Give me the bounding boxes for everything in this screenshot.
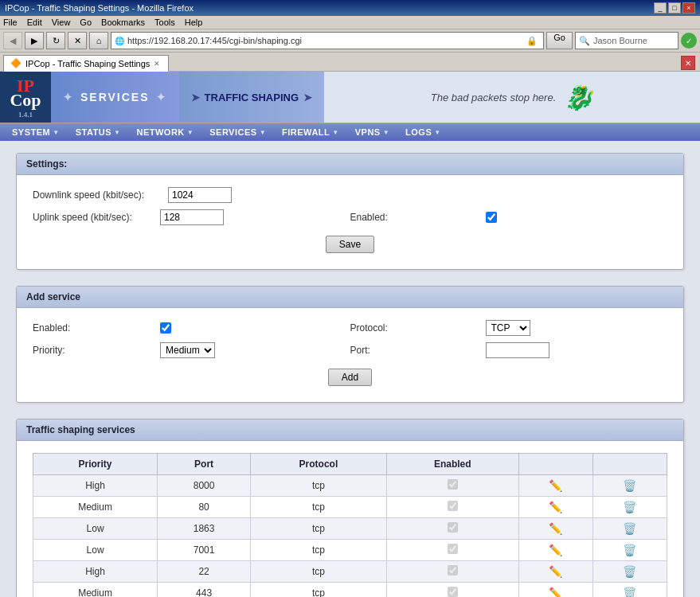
- search-bar[interactable]: 🔍 Jason Bourne: [575, 32, 678, 49]
- edit-icon[interactable]: ✏️: [549, 522, 562, 535]
- add-port-col: Port:: [350, 342, 668, 358]
- col-priority: Priority: [33, 454, 158, 475]
- row-protocol: tcp: [251, 497, 387, 518]
- nav-status-label: Status: [76, 127, 111, 137]
- table-row: Medium 80 tcp ✏️ 🗑️: [33, 497, 667, 518]
- browser-titlebar: IPCop - Traffic Shaping Settings - Mozil…: [0, 0, 700, 16]
- services-table: Priority Port Protocol Enabled High 8000…: [33, 453, 667, 597]
- tab-close-button[interactable]: ✕: [154, 60, 160, 68]
- add-button[interactable]: Add: [328, 369, 372, 386]
- delete-icon[interactable]: 🗑️: [623, 501, 636, 513]
- row-enabled: [386, 561, 518, 583]
- row-enabled-checkbox[interactable]: [448, 565, 458, 576]
- row-enabled-checkbox[interactable]: [448, 479, 458, 490]
- save-button[interactable]: Save: [326, 236, 374, 253]
- add-protocol-label: Protocol:: [350, 322, 478, 334]
- row-delete-cell: 🗑️: [592, 561, 667, 583]
- nav-status[interactable]: Status ▼: [68, 123, 129, 141]
- add-priority-select[interactable]: High Medium Low: [160, 342, 215, 358]
- edit-icon[interactable]: ✏️: [549, 587, 562, 597]
- add-port-label: Port:: [350, 345, 478, 356]
- delete-icon[interactable]: 🗑️: [623, 544, 636, 556]
- slogan-text: The bad packets stop here.: [431, 92, 557, 103]
- traffic-label: Traffic Shaping: [205, 92, 299, 103]
- minimize-button[interactable]: _: [654, 2, 667, 14]
- nav-firewall-label: Firewall: [282, 127, 330, 137]
- enabled-col: Enabled:: [350, 212, 668, 223]
- row-enabled-checkbox[interactable]: [448, 544, 458, 554]
- edit-icon[interactable]: ✏️: [549, 544, 562, 556]
- add-enabled-checkbox[interactable]: [160, 322, 171, 334]
- settings-header: Settings:: [17, 154, 683, 175]
- services-table-header: Traffic shaping services: [17, 419, 683, 441]
- table-row: Low 1863 tcp ✏️ 🗑️: [33, 518, 667, 540]
- delete-icon[interactable]: 🗑️: [623, 522, 636, 535]
- reload-button[interactable]: ↻: [46, 32, 65, 49]
- menu-file[interactable]: File: [3, 18, 18, 27]
- home-button[interactable]: ⌂: [89, 32, 108, 49]
- row-edit-cell: ✏️: [518, 561, 592, 583]
- close-button[interactable]: ×: [682, 2, 695, 14]
- nav-system-arrow: ▼: [53, 129, 59, 136]
- menu-view[interactable]: View: [52, 18, 71, 27]
- nav-vpns[interactable]: VPNs ▼: [347, 123, 397, 141]
- address-text[interactable]: https://192.168.20.17:445/cgi-bin/shapin…: [127, 36, 524, 45]
- menu-bookmarks[interactable]: Bookmarks: [101, 18, 145, 27]
- tab-area-close-button[interactable]: ✕: [681, 56, 695, 70]
- traffic-icon-left: ➤: [191, 92, 200, 103]
- add-service-row2: Priority: High Medium Low Port:: [33, 342, 667, 358]
- nav-system[interactable]: System ▼: [4, 123, 68, 141]
- delete-icon[interactable]: 🗑️: [623, 479, 636, 492]
- browser-title: IPCop - Traffic Shaping Settings - Mozil…: [5, 3, 194, 13]
- row-enabled-checkbox[interactable]: [448, 587, 458, 597]
- nav-vpns-arrow: ▼: [383, 129, 389, 136]
- stop-button[interactable]: ✕: [68, 32, 87, 49]
- go-button[interactable]: Go: [546, 32, 573, 49]
- maximize-button[interactable]: □: [668, 2, 681, 14]
- row-edit-cell: ✏️: [518, 540, 592, 561]
- nav-logs[interactable]: Logs ▼: [397, 123, 449, 141]
- current-tab[interactable]: 🔶 IPCop - Traffic Shaping Settings ✕: [3, 55, 169, 72]
- delete-icon[interactable]: 🗑️: [623, 587, 636, 597]
- nav-firewall[interactable]: Firewall ▼: [274, 123, 347, 141]
- add-priority-label: Priority:: [33, 345, 160, 356]
- menu-help[interactable]: Help: [185, 18, 203, 27]
- row-port: 80: [158, 497, 251, 518]
- window-controls: _ □ ×: [654, 2, 695, 14]
- enabled-checkbox[interactable]: [486, 212, 497, 223]
- add-protocol-select[interactable]: TCP UDP ICMP: [486, 320, 530, 336]
- row-enabled-checkbox[interactable]: [448, 522, 458, 533]
- add-port-input[interactable]: [486, 342, 549, 358]
- col-enabled: Enabled: [386, 454, 518, 475]
- delete-icon[interactable]: 🗑️: [623, 565, 636, 578]
- nav-services[interactable]: Services ▼: [201, 123, 274, 141]
- back-button[interactable]: ◀: [3, 32, 22, 49]
- col-delete: [592, 454, 667, 475]
- downlink-row: Downlink speed (kbit/sec):: [33, 187, 667, 203]
- services-icon-right: ✦: [156, 91, 167, 103]
- edit-icon[interactable]: ✏️: [549, 501, 562, 513]
- menu-go[interactable]: Go: [80, 18, 92, 27]
- menu-edit[interactable]: Edit: [27, 18, 42, 27]
- add-protocol-col: Protocol: TCP UDP ICMP: [350, 320, 668, 336]
- nav-network[interactable]: Network ▼: [128, 123, 201, 141]
- logo-cop-word: Cop: [10, 90, 41, 111]
- row-port: 7001: [158, 540, 251, 561]
- edit-icon[interactable]: ✏️: [549, 565, 562, 578]
- uplink-enabled-row: Uplink speed (kbit/sec): Enabled:: [33, 209, 667, 225]
- menu-tools[interactable]: Tools: [154, 18, 175, 27]
- col-port: Port: [158, 454, 251, 475]
- ipcop-logo: IP Cop 1.4.1: [0, 72, 51, 123]
- uplink-input[interactable]: [160, 209, 224, 225]
- edit-icon[interactable]: ✏️: [549, 479, 562, 492]
- add-enabled-col: Enabled:: [33, 322, 350, 334]
- row-protocol: tcp: [251, 561, 387, 583]
- traffic-icon-right: ➤: [303, 92, 312, 103]
- forward-button[interactable]: ▶: [25, 32, 44, 49]
- add-service-header: Add service: [17, 287, 683, 308]
- row-protocol: tcp: [251, 518, 387, 540]
- downlink-input[interactable]: [168, 187, 232, 203]
- row-port: 22: [158, 561, 251, 583]
- ssl-lock-icon: 🔒: [526, 36, 538, 46]
- row-enabled-checkbox[interactable]: [448, 501, 458, 511]
